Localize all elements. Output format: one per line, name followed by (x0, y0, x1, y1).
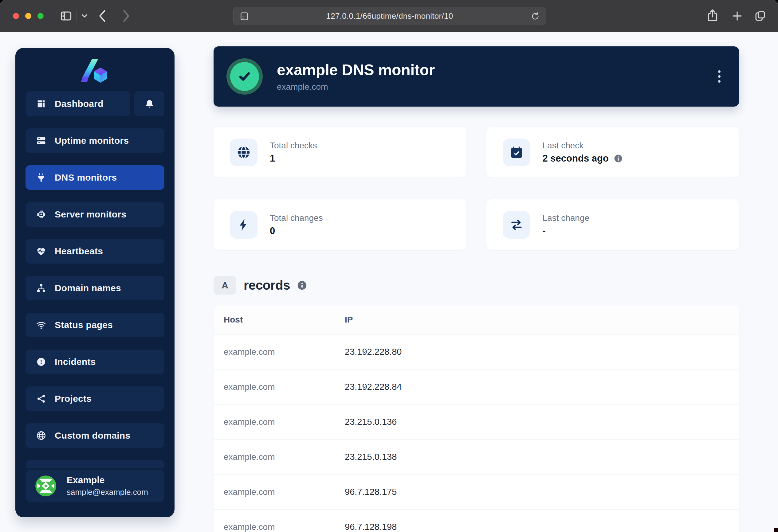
close-window-button[interactable] (13, 13, 19, 19)
record-type-badge: A (214, 276, 236, 294)
back-button-icon[interactable] (98, 9, 107, 23)
table-row: example.com 96.7.128.198 (214, 510, 739, 532)
stat-card-last-check: Last check 2 seconds ago (486, 127, 739, 178)
sidebar-item-partial[interactable] (25, 460, 164, 468)
table-row: example.com 23.192.228.84 (214, 369, 739, 405)
column-header-host: Host (214, 315, 345, 325)
host-cell: example.com (214, 452, 345, 462)
url-text[interactable]: 127.0.0.1/66uptime/dns-monitor/10 (326, 11, 453, 21)
zoom-window-button[interactable] (37, 13, 44, 19)
server-icon (36, 136, 47, 146)
sidebar-item-incidents[interactable]: Incidents (25, 350, 164, 374)
screen-artifact (774, 528, 778, 532)
sidebar-item-heartbeats[interactable]: Heartbeats (25, 239, 164, 264)
new-tab-icon[interactable] (731, 9, 744, 22)
minimize-window-button[interactable] (25, 13, 31, 19)
sidebar-item-status-pages[interactable]: Status pages (25, 313, 164, 337)
logo-icon (77, 56, 113, 88)
sidebar-item-server-monitors[interactable]: Server monitors (25, 202, 164, 227)
stat-label: Total changes (270, 213, 323, 223)
monitor-header-card: example DNS monitor example.com (214, 47, 739, 107)
alert-circle-icon (36, 357, 47, 367)
sidebar-nav: Dashboard Uptime monitors DNS monitors S… (25, 91, 164, 468)
profile-email: sample@example.com (67, 487, 148, 497)
sidebar-nav-list: Uptime monitors DNS monitors Server moni… (25, 128, 164, 448)
avatar (35, 475, 56, 497)
host-cell: example.com (214, 522, 345, 532)
plug-icon (36, 172, 47, 183)
main-content: example DNS monitor example.com Total ch… (214, 47, 739, 532)
info-icon[interactable] (297, 280, 307, 290)
tab-overview-icon[interactable] (754, 9, 767, 23)
table-header-row: Host IP (214, 305, 739, 335)
reload-icon[interactable] (530, 11, 540, 22)
forward-button-icon[interactable] (122, 9, 131, 23)
sidebar-item-domain-names[interactable]: Domain names (25, 276, 164, 300)
monitor-hostname: example.com (277, 82, 435, 92)
ip-cell: 96.7.128.175 (345, 487, 739, 497)
table-row: example.com 96.7.128.175 (214, 474, 739, 510)
chevron-down-icon[interactable] (80, 13, 88, 19)
sidebar-item-custom-domains[interactable]: Custom domains (25, 423, 164, 448)
info-icon[interactable] (614, 154, 623, 163)
sidebar-item-dns-monitors[interactable]: DNS monitors (25, 165, 164, 190)
app-logo[interactable] (15, 54, 174, 90)
stat-card-total-checks: Total checks 1 (214, 127, 466, 178)
sidebar-item-projects[interactable]: Projects (25, 386, 164, 411)
stat-label: Last check (543, 141, 623, 151)
page-title: example DNS monitor (277, 61, 435, 79)
sitemap-icon (36, 283, 47, 293)
bell-icon (144, 99, 155, 109)
column-header-ip: IP (345, 315, 739, 325)
notifications-button[interactable] (134, 91, 164, 116)
stat-card-last-change: Last change - (486, 199, 739, 250)
sidebar-toggle-icon[interactable] (59, 9, 73, 23)
records-title: records (244, 278, 290, 293)
ip-cell: 23.192.228.84 (345, 382, 739, 392)
share-icon[interactable] (705, 8, 720, 24)
chip-icon (36, 209, 47, 219)
grid-icon (36, 99, 47, 109)
sidebar-item-dashboard[interactable]: Dashboard (25, 91, 130, 116)
profile-card[interactable]: Example sample@example.com (25, 470, 164, 502)
table-row: example.com 23.215.0.138 (214, 440, 739, 474)
page-settings-icon[interactable] (239, 11, 249, 23)
address-bar[interactable]: 127.0.0.1/66uptime/dns-monitor/10 (233, 7, 546, 25)
table-row: example.com 23.215.0.136 (214, 405, 739, 440)
calendar-check-icon (503, 139, 530, 166)
ip-cell: 23.215.0.138 (345, 452, 739, 462)
stat-value: 1 (270, 153, 275, 164)
host-cell: example.com (214, 417, 345, 427)
more-options-button[interactable] (716, 69, 722, 84)
ip-cell: 23.192.228.80 (345, 347, 739, 357)
stat-card-total-changes: Total changes 0 (214, 199, 466, 250)
stat-label: Total checks (270, 141, 317, 151)
profile-name: Example (67, 475, 148, 485)
host-cell: example.com (214, 487, 345, 497)
host-cell: example.com (214, 382, 345, 392)
dashboard-row: Dashboard (25, 91, 164, 116)
check-icon (230, 62, 259, 91)
stats-grid: Total checks 1 Last check 2 seconds ago … (214, 127, 739, 250)
stat-label: Last change (543, 213, 590, 223)
stat-value: - (543, 226, 546, 237)
browser-window: 127.0.0.1/66uptime/dns-monitor/10 (0, 0, 778, 532)
records-table: Host IP example.com 23.192.228.80 exampl… (214, 305, 739, 532)
wifi-icon (36, 320, 47, 330)
browser-chrome: 127.0.0.1/66uptime/dns-monitor/10 (0, 0, 778, 32)
swap-icon (503, 211, 530, 239)
table-row: example.com 23.192.228.80 (214, 335, 739, 369)
table-body: example.com 23.192.228.80 example.com 23… (214, 335, 739, 532)
host-cell: example.com (214, 347, 345, 357)
sidebar: Dashboard Uptime monitors DNS monitors S… (15, 48, 174, 517)
page-content: Dashboard Uptime monitors DNS monitors S… (0, 32, 778, 532)
heart-pulse-icon (36, 246, 47, 257)
sidebar-item-uptime-monitors[interactable]: Uptime monitors (25, 128, 164, 153)
stat-value: 0 (270, 226, 275, 237)
records-section-header: A records (214, 276, 739, 294)
globe-solid-icon (230, 139, 257, 166)
ip-cell: 96.7.128.198 (345, 522, 739, 532)
bolt-icon (230, 211, 257, 239)
status-up-badge (226, 58, 263, 95)
share-nodes-icon (36, 393, 47, 404)
